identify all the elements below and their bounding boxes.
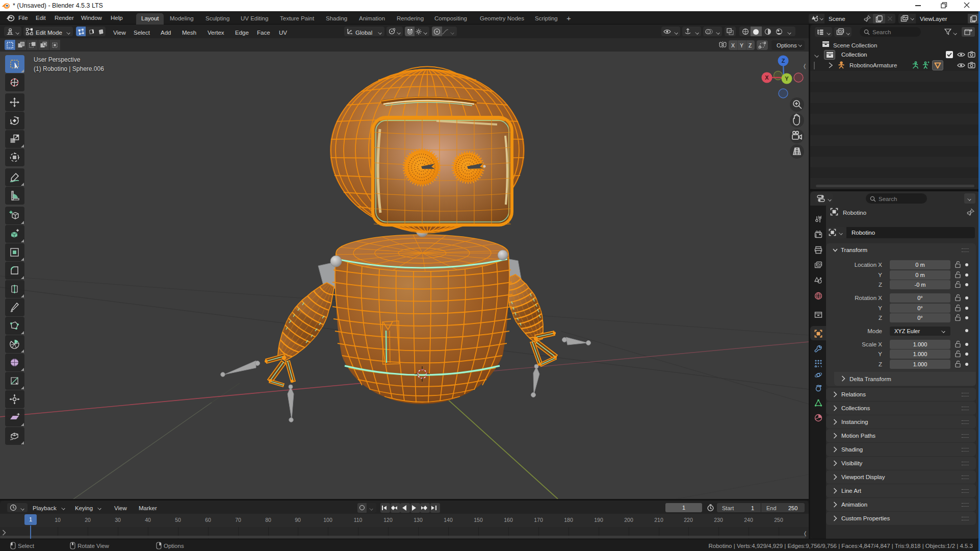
svg-text:Z: Z (782, 58, 785, 64)
svg-text:Y: Y (785, 76, 789, 82)
svg-text:X: X (765, 74, 769, 81)
